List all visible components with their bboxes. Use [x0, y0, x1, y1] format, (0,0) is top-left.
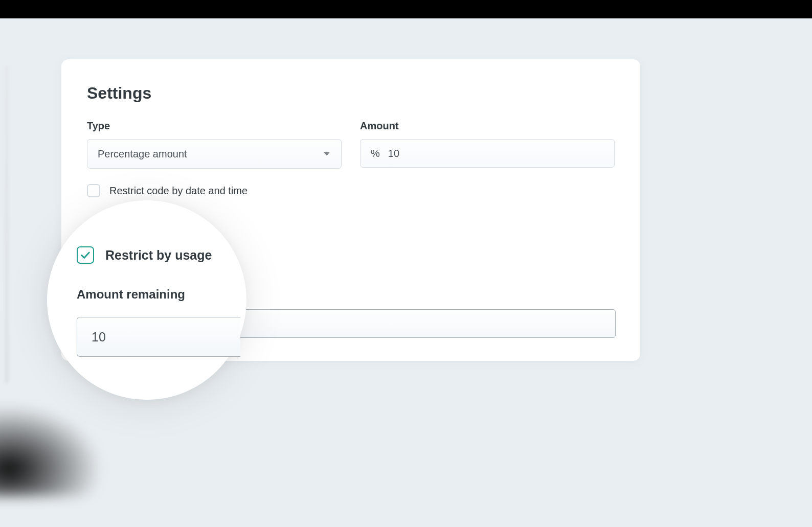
- restrict-usage-row: Restrict by usage: [77, 246, 246, 264]
- amount-remaining-label: Amount remaining: [77, 287, 246, 302]
- field-row: Type Percentage amount Amount %: [87, 120, 615, 169]
- type-field: Type Percentage amount: [87, 120, 342, 169]
- amount-field: Amount %: [360, 120, 615, 169]
- restrict-usage-label: Restrict by usage: [105, 248, 212, 263]
- amount-remaining-input-zoom[interactable]: 10: [77, 317, 240, 357]
- settings-title: Settings: [87, 84, 615, 103]
- amount-label: Amount: [360, 120, 615, 132]
- check-icon: [80, 249, 91, 261]
- amount-input[interactable]: [388, 148, 604, 159]
- type-select-value: Percentage amount: [98, 148, 187, 160]
- zoom-lens-content: Restrict by usage Amount remaining: [47, 200, 246, 400]
- type-select[interactable]: Percentage amount: [87, 139, 342, 169]
- amount-input-wrap[interactable]: %: [360, 139, 615, 168]
- restrict-date-label: Restrict code by date and time: [109, 185, 247, 197]
- restrict-usage-checkbox[interactable]: [77, 246, 94, 264]
- amount-remaining-value-zoom: 10: [92, 330, 106, 345]
- zoom-lens: Restrict by usage Amount remaining: [47, 200, 246, 400]
- amount-prefix: %: [371, 148, 380, 159]
- type-label: Type: [87, 120, 342, 132]
- restrict-date-row: Restrict code by date and time: [87, 184, 615, 197]
- chevron-down-icon: [324, 152, 330, 156]
- restrict-date-checkbox[interactable]: [87, 184, 100, 197]
